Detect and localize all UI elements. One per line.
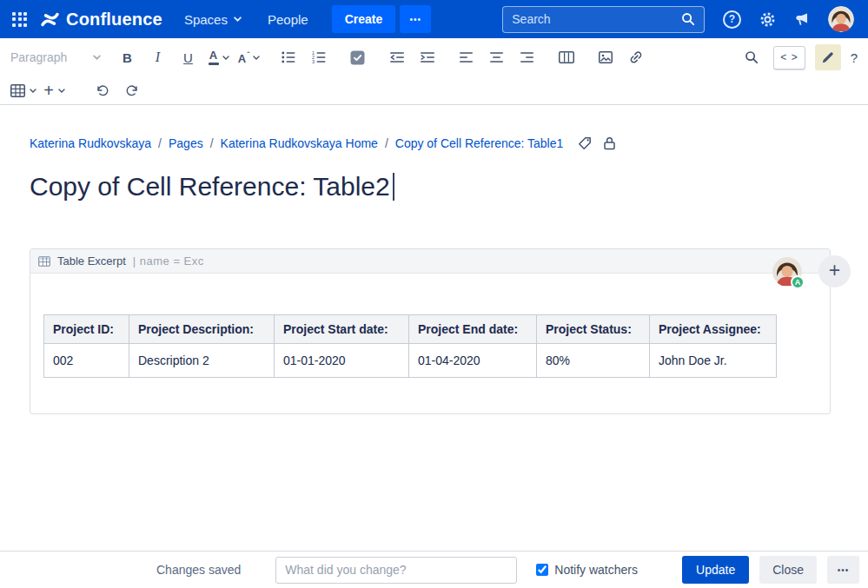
editor-toolbar: Paragraph B I U A Aˆ 1 2 (0, 38, 868, 76)
profile-avatar[interactable] (828, 6, 854, 32)
project-table[interactable]: Project ID: Project Description: Project… (43, 314, 777, 378)
chevron-down-icon (30, 89, 36, 93)
breadcrumb-actions (578, 136, 616, 150)
media-group (593, 44, 648, 70)
page-collaborators: A + (772, 255, 851, 287)
link-icon (629, 50, 643, 64)
task-checkbox-icon (350, 50, 365, 65)
insert-image-button[interactable] (593, 44, 618, 70)
page-layout-button[interactable] (553, 44, 579, 70)
gear-icon (759, 11, 776, 28)
restrictions-button[interactable] (603, 136, 616, 150)
table-row: 002 Description 2 01-01-2020 01-04-2020 … (44, 344, 777, 378)
pen-icon (821, 51, 834, 64)
product-name: Confluence (66, 10, 162, 30)
cell-description[interactable]: Description 2 (129, 344, 275, 378)
indent-icon (421, 51, 434, 63)
labels-button[interactable] (578, 136, 592, 150)
breadcrumb-separator: / (158, 136, 162, 150)
update-button[interactable]: Update (682, 556, 749, 584)
breadcrumb-link-home[interactable]: Katerina Rudkovskaya Home (221, 136, 378, 150)
create-button[interactable]: Create (332, 5, 396, 33)
italic-button[interactable]: I (145, 44, 170, 70)
breadcrumb: Katerina Rudkovskaya / Pages / Katerina … (30, 136, 868, 150)
svg-text:3: 3 (312, 59, 315, 63)
cell-status[interactable]: 80% (537, 344, 650, 378)
macro-body: Project ID: Project Description: Project… (30, 274, 830, 413)
col-header-project-id[interactable]: Project ID: (44, 315, 129, 344)
footer-more-button[interactable]: ••• (827, 556, 859, 584)
paragraph-style-select[interactable]: Paragraph (10, 50, 101, 64)
col-header-assignee[interactable]: Project Assignee: (650, 315, 777, 344)
redo-button[interactable] (120, 77, 145, 103)
page-title-input[interactable]: Copy of Cell Reference: Table2 (30, 172, 868, 202)
table-excerpt-macro[interactable]: Table Excerpt | name = Exc Project ID: P… (30, 248, 831, 414)
breadcrumb-link-user[interactable]: Katerina Rudkovskaya (30, 136, 151, 150)
cell-project-id[interactable]: 002 (44, 344, 129, 378)
indent-group (384, 44, 440, 70)
cell-assignee[interactable]: John Doe Jr. (650, 344, 777, 378)
invite-editors-button[interactable]: + (818, 255, 851, 287)
col-header-description[interactable]: Project Description: (129, 315, 275, 344)
outdent-button[interactable] (384, 44, 409, 70)
plus-icon: + (43, 82, 54, 99)
nav-spaces-label: Spaces (184, 12, 228, 27)
undo-button[interactable] (89, 77, 115, 103)
cell-start-date[interactable]: 01-01-2020 (275, 344, 409, 378)
more-formatting-button[interactable]: Aˆ (236, 44, 262, 70)
col-header-start-date[interactable]: Project Start date: (275, 315, 409, 344)
task-list-button[interactable] (345, 44, 370, 70)
header-more-button[interactable]: ••• (400, 5, 431, 33)
help-button[interactable]: ? (723, 10, 741, 29)
notify-watchers-control: Notify watchers (536, 563, 638, 577)
editing-user-avatar[interactable]: A (772, 257, 802, 287)
text-format-group: B I U A Aˆ (115, 44, 262, 70)
version-comment-input[interactable] (275, 557, 517, 584)
settings-button[interactable] (759, 11, 776, 28)
align-group (454, 44, 540, 70)
text-color-icon: A (209, 50, 219, 65)
col-header-end-date[interactable]: Project End date: (409, 315, 537, 344)
find-replace-button[interactable] (739, 44, 764, 70)
insert-table-button[interactable] (10, 77, 36, 103)
search-icon (681, 12, 695, 26)
close-button[interactable]: Close (759, 556, 817, 584)
task-group (345, 44, 370, 70)
confluence-logo[interactable]: Confluence (41, 10, 162, 30)
redo-icon (125, 84, 140, 97)
global-navigation-bar: Confluence Spaces People Create ••• ? (0, 0, 868, 38)
align-left-button[interactable] (454, 44, 479, 70)
insert-more-button[interactable]: + (42, 77, 67, 103)
feedback-button[interactable] (794, 12, 810, 26)
cell-end-date[interactable]: 01-04-2020 (409, 344, 537, 378)
editor-help-button[interactable]: ? (851, 50, 858, 65)
macro-header[interactable]: Table Excerpt | name = Exc (30, 249, 830, 274)
notify-watchers-label: Notify watchers (554, 563, 638, 577)
app-switcher-button[interactable] (12, 12, 27, 27)
source-code-button[interactable]: < > (773, 46, 805, 69)
nav-people-label: People (268, 12, 308, 27)
align-center-button[interactable] (484, 44, 509, 70)
notify-watchers-checkbox[interactable] (536, 564, 548, 576)
text-color-button[interactable]: A (206, 44, 231, 70)
page-title-text: Copy of Cell Reference: Table2 (30, 172, 390, 202)
bold-button[interactable]: B (115, 44, 140, 70)
breadcrumb-link-pages[interactable]: Pages (169, 136, 203, 150)
search-input[interactable] (512, 12, 674, 26)
breadcrumb-link-current[interactable]: Copy of Cell Reference: Table1 (395, 136, 564, 150)
bullet-list-button[interactable] (275, 44, 301, 70)
numbered-list-button[interactable]: 1 2 3 (306, 44, 331, 70)
align-left-icon (460, 51, 473, 63)
undo-redo-group (89, 77, 145, 103)
indent-button[interactable] (414, 44, 440, 70)
nav-people[interactable]: People (255, 5, 321, 33)
global-search[interactable] (502, 6, 705, 33)
draw-annotate-button[interactable] (815, 44, 841, 70)
underline-button[interactable]: U (176, 44, 201, 70)
nav-spaces[interactable]: Spaces (171, 5, 255, 33)
col-header-status[interactable]: Project Status: (537, 315, 650, 344)
align-right-button[interactable] (514, 44, 540, 70)
confluence-logo-icon (41, 10, 59, 29)
insert-link-button[interactable] (623, 44, 648, 70)
chevron-down-icon (253, 56, 260, 60)
